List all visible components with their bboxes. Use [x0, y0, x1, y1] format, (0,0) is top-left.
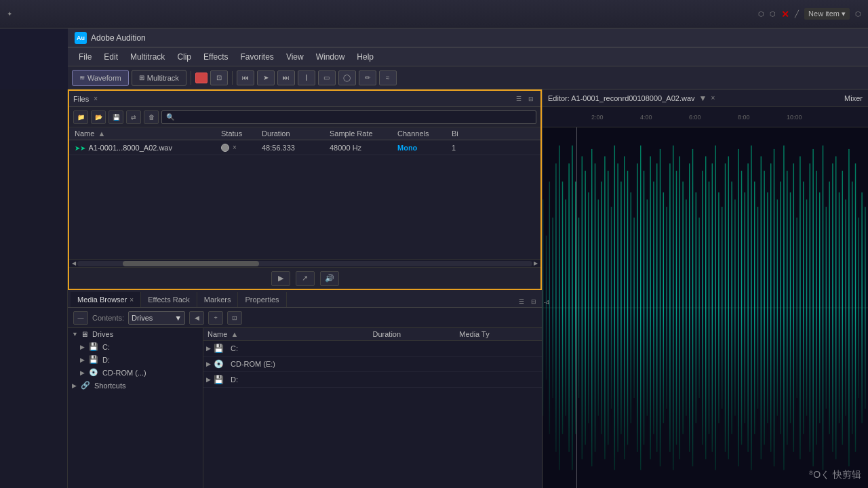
tab-multitrack[interactable]: ⊞ Multitrack	[132, 70, 186, 86]
svg-rect-42	[673, 146, 673, 470]
files-panel-menu[interactable]: ☰	[513, 94, 524, 104]
status-x-icon: ×	[233, 144, 237, 151]
menu-view[interactable]: View	[281, 50, 309, 64]
media-table-header: Name ▲ Duration Media Ty	[203, 328, 542, 341]
svg-rect-80	[796, 218, 797, 398]
table-row[interactable]: ➤➤ A1-0001...8000_A02.wav × 48:56.333 48…	[69, 140, 540, 155]
files-open-btn[interactable]: 📁	[73, 110, 88, 124]
media-row-d[interactable]: ▶ 💾 D:	[203, 372, 542, 388]
col-header-name: Name ▲	[69, 129, 218, 138]
tree-drives[interactable]: ▼ 🖥 Drives	[68, 328, 203, 340]
editor-dropdown-icon[interactable]: ▼	[699, 94, 707, 103]
files-toolbar: 📁 📂 💾 ⇄ 🗑 🔍	[69, 107, 540, 127]
tab-waveform[interactable]: ≋ Waveform	[72, 70, 129, 86]
files-search[interactable]: 🔍	[161, 110, 536, 124]
svg-rect-96	[848, 149, 849, 466]
menu-effects[interactable]: Effects	[198, 50, 233, 64]
col-header-bi: Bi	[449, 129, 469, 138]
svg-rect-60	[731, 182, 732, 434]
export-btn[interactable]: ↗	[296, 271, 315, 286]
left-panel: Files × ☰ ⊟ 📁 📂 💾 ⇄ 🗑 🔍	[68, 89, 542, 488]
tab-properties[interactable]: Properties	[238, 292, 286, 307]
toolbar-btn-time[interactable]: I	[298, 70, 315, 85]
svg-rect-93	[839, 192, 840, 423]
menu-file[interactable]: File	[73, 50, 97, 64]
toolbar-btn-1[interactable]	[195, 73, 208, 83]
audio-btn[interactable]: 🔊	[320, 271, 339, 286]
tree-c[interactable]: ▶ 💾 C:	[68, 340, 203, 353]
svg-rect-31	[637, 163, 637, 452]
toolbar-btn-brush[interactable]: ≈	[379, 70, 397, 85]
svg-rect-83	[806, 199, 807, 415]
drives-label: Drives	[132, 314, 153, 322]
d-expand-icon: ▶	[80, 357, 87, 363]
toolbar-btn-arrow[interactable]: ➤	[257, 70, 275, 85]
svg-rect-62	[738, 149, 738, 466]
scroll-thumb[interactable]	[123, 261, 259, 266]
media-browser-close[interactable]: ×	[130, 296, 134, 304]
menu-clip[interactable]: Clip	[172, 50, 197, 64]
svg-rect-56	[718, 192, 719, 423]
tab-markers[interactable]: Markers	[197, 292, 239, 307]
svg-rect-82	[803, 182, 804, 434]
c-row-icon: 💾	[214, 344, 224, 353]
tree-d[interactable]: ▶ 💾 D:	[68, 353, 203, 366]
media-panel-menu[interactable]: ☰	[516, 296, 527, 307]
media-tabs: Media Browser × Effects Rack Markers Pro…	[68, 290, 542, 308]
media-panel-collapse[interactable]: ⊟	[528, 296, 539, 307]
files-save-btn[interactable]: 💾	[108, 110, 123, 124]
svg-rect-9	[566, 199, 566, 415]
toolbar-btn-pencil[interactable]: ✏	[359, 70, 376, 85]
svg-rect-67	[754, 182, 755, 434]
play-btn[interactable]: ▶	[271, 271, 290, 286]
scroll-right-icon[interactable]: ▶	[532, 260, 539, 266]
new-item-btn[interactable]: New item ▾	[804, 8, 850, 20]
editor-header: Editor: A1-0001_reconrd00108000_A02.wav …	[542, 89, 868, 107]
scroll-left-icon[interactable]: ◀	[71, 260, 77, 266]
d-row-icon: 💾	[214, 375, 224, 384]
svg-rect-76	[783, 146, 784, 470]
drives-select[interactable]: Drives ▼	[128, 311, 185, 325]
svg-rect-44	[679, 157, 680, 460]
media-row-c[interactable]: ▶ 💾 C:	[203, 341, 542, 357]
toolbar-btn-marquee[interactable]: ▭	[318, 70, 336, 85]
editor-close-icon[interactable]: ×	[711, 94, 715, 102]
media-row-cdrom[interactable]: ▶ 💿 CD-ROM (E:)	[203, 357, 542, 372]
svg-rect-40	[666, 207, 667, 409]
media-minimize-btn[interactable]: —	[73, 311, 88, 325]
scroll-track[interactable]	[77, 261, 532, 266]
files-panel-close[interactable]: ×	[92, 95, 100, 103]
svg-rect-85	[812, 149, 813, 466]
waveform-svg: -4	[542, 127, 868, 488]
svg-rect-68	[757, 207, 758, 409]
tab-media-browser[interactable]: Media Browser ×	[71, 292, 141, 307]
menu-help[interactable]: Help	[351, 50, 379, 64]
menu-favorites[interactable]: Favorites	[235, 50, 279, 64]
tree-cdrom[interactable]: ▶ 💿 CD-ROM (...)	[68, 366, 203, 379]
menu-multitrack[interactable]: Multitrack	[125, 50, 170, 64]
shortcuts-expand-icon: ▶	[72, 382, 79, 389]
files-scrollbar[interactable]: ◀ ▶	[69, 259, 540, 267]
files-panel-collapse[interactable]: ⊟	[526, 94, 536, 104]
files-new-btn[interactable]: 📂	[91, 110, 106, 124]
svg-rect-51	[702, 171, 703, 445]
media-add-btn[interactable]: +	[208, 311, 223, 325]
toolbar-btn-skip-end[interactable]: ⏭	[277, 70, 295, 85]
menu-window[interactable]: Window	[311, 50, 351, 64]
files-import-btn[interactable]: ⇄	[126, 110, 141, 124]
svg-rect-7	[559, 146, 559, 470]
tab-effects-rack[interactable]: Effects Rack	[141, 292, 197, 307]
media-filter-btn[interactable]: ⊡	[227, 311, 242, 325]
svg-text:-4: -4	[544, 299, 549, 306]
svg-rect-69	[761, 157, 762, 460]
menu-edit[interactable]: Edit	[98, 50, 123, 64]
tree-shortcuts[interactable]: ▶ 🔗 Shortcuts	[68, 379, 203, 392]
media-back-btn[interactable]: ◀	[189, 311, 204, 325]
side-strip	[0, 89, 68, 488]
svg-rect-79	[793, 163, 794, 452]
toolbar-btn-lasso[interactable]: ◯	[338, 70, 356, 85]
files-delete-btn[interactable]: 🗑	[144, 110, 159, 124]
toolbar-btn-2[interactable]: ⊡	[210, 70, 228, 85]
toolbar-btn-skip-start[interactable]: ⏮	[237, 70, 254, 85]
svg-rect-99	[859, 218, 859, 398]
